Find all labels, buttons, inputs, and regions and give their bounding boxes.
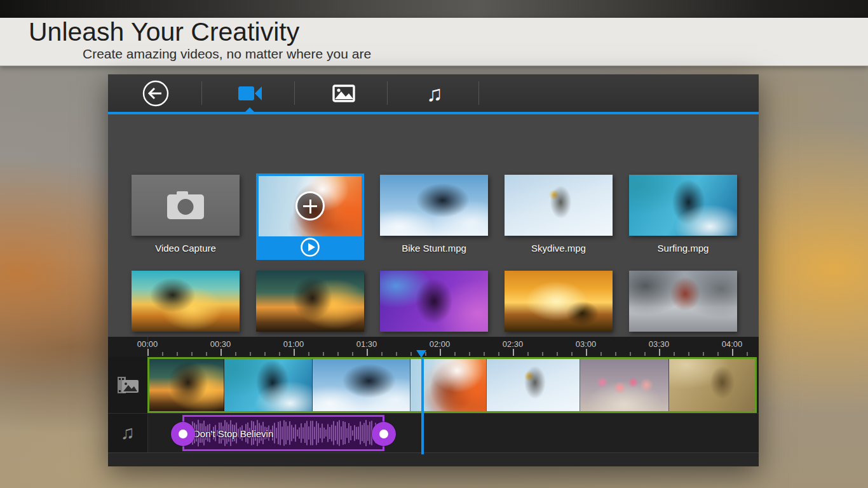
playhead-line[interactable] xyxy=(421,358,424,454)
selected-clip-footer xyxy=(259,236,362,257)
tile-label: Skydive.mpg xyxy=(505,243,613,254)
tile-label: Surfing.mpg xyxy=(629,243,737,254)
add-icon[interactable] xyxy=(295,191,325,220)
tab-videos[interactable] xyxy=(235,74,264,112)
camera-icon xyxy=(165,189,206,222)
timeline-clip-surfing[interactable] xyxy=(224,359,313,411)
tile-bike-stunt[interactable]: Bike Stunt.mpg xyxy=(380,175,488,254)
selected-clip-thumb xyxy=(259,176,362,236)
track-header-column: ♫ xyxy=(108,357,148,452)
surfing-thumb xyxy=(629,175,737,236)
video-capture-thumb xyxy=(132,175,240,236)
ruler-label: 00:00 xyxy=(137,339,158,349)
skydive-thumb xyxy=(505,175,613,236)
timeline-clip-city-bokeh[interactable] xyxy=(580,359,669,411)
tab-photos[interactable] xyxy=(331,74,356,112)
fishing-thumb xyxy=(256,271,364,332)
toolbar-separator xyxy=(201,81,202,105)
toolbar-separator xyxy=(387,81,388,105)
ruler-label: 01:30 xyxy=(356,339,377,349)
tile-label: Video Capture xyxy=(132,243,240,254)
tile-label: Bike Stunt.mpg xyxy=(380,243,488,254)
banner-title: Unleash Your Creativity xyxy=(0,18,868,46)
ruler-label: 00:30 xyxy=(210,339,231,349)
video-track[interactable] xyxy=(147,357,757,413)
toolbar: ♫ xyxy=(108,74,759,112)
video-track-header xyxy=(108,357,147,413)
dirt-bike-thumb xyxy=(629,271,737,332)
audio-clip-title: Don't Stop Believin xyxy=(193,428,273,438)
selected-tab-notch xyxy=(245,107,254,112)
dj-remix-thumb xyxy=(380,271,488,332)
photo-icon xyxy=(332,85,355,102)
timeline-clip-skydive[interactable] xyxy=(487,359,580,411)
sunset-thumb xyxy=(505,271,613,332)
playhead-marker[interactable] xyxy=(416,350,426,358)
screen: Unleash Your Creativity Create amazing v… xyxy=(0,0,868,488)
tile-surfing[interactable]: Surfing.mpg xyxy=(629,175,737,254)
music-note-icon: ♫ xyxy=(426,83,443,104)
ruler-label: 03:00 xyxy=(576,339,597,349)
toolbar-separator xyxy=(478,81,479,105)
media-library-panel: Video Capture Bike Stunt.mpg xyxy=(108,114,759,337)
back-button[interactable] xyxy=(142,74,170,112)
bike-stunt-thumb xyxy=(380,175,488,236)
audio-trim-handle-right[interactable] xyxy=(372,422,396,446)
timeline-clip-fishing[interactable] xyxy=(149,359,224,411)
timeline-ruler[interactable]: 00:0000:3001:0001:3002:0002:3003:0003:30… xyxy=(108,337,759,357)
ruler-label: 02:30 xyxy=(503,339,524,349)
tile-selected-clip[interactable] xyxy=(256,173,364,260)
timeline-clip-bicycle-ride[interactable] xyxy=(669,359,755,411)
play-icon[interactable] xyxy=(300,237,320,257)
window-bottom-strip xyxy=(108,452,759,466)
ruler-label: 04:00 xyxy=(722,339,743,349)
toolbar-separator xyxy=(294,81,295,105)
promo-banner: Unleash Your Creativity Create amazing v… xyxy=(0,18,868,66)
timeline-clip-bike-stunt[interactable] xyxy=(313,359,410,411)
tile-skydive[interactable]: Skydive.mpg xyxy=(505,175,613,254)
ruler-label: 03:30 xyxy=(649,339,670,349)
ruler-label: 01:00 xyxy=(283,339,304,349)
music-note-icon: ♫ xyxy=(121,423,135,442)
my-bike-thumb xyxy=(132,271,240,332)
tab-music[interactable]: ♫ xyxy=(421,74,449,112)
film-photo-icon xyxy=(116,374,139,396)
video-editor-window: ♫ Video Capture xyxy=(108,74,759,466)
timeline-tracks: ♫ Don't Stop Believin xyxy=(108,357,759,452)
banner-subtitle: Create amazing videos, no matter where y… xyxy=(0,46,868,62)
ruler-major-ticks xyxy=(147,349,757,356)
ruler-label: 02:00 xyxy=(430,339,451,349)
top-background-strip xyxy=(0,0,868,18)
audio-clip[interactable]: Don't Stop Believin xyxy=(182,415,384,451)
video-camera-icon xyxy=(236,85,263,102)
audio-track-header: ♫ xyxy=(108,413,147,452)
tile-video-capture[interactable]: Video Capture xyxy=(132,175,240,254)
arrow-left-circle-icon xyxy=(142,79,170,107)
track-divider xyxy=(108,413,759,414)
audio-trim-handle-left[interactable] xyxy=(171,422,195,446)
